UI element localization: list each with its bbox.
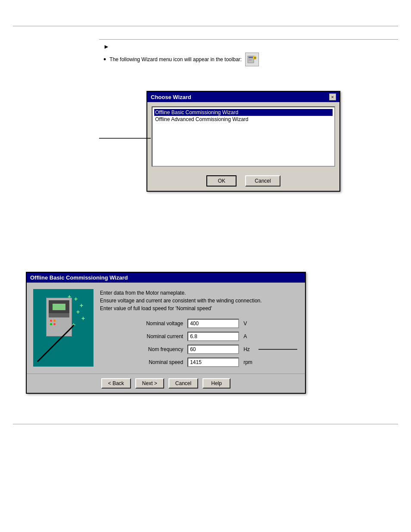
- commissioning-wizard-dialog: Offline Basic Commissioning Wizard + + +…: [26, 272, 306, 394]
- svg-rect-1: [249, 57, 253, 58]
- choose-wizard-dialog: Choose Wizard × Offline Basic Commission…: [146, 91, 340, 192]
- nom-frequency-input[interactable]: [187, 345, 239, 354]
- nominal-speed-unit: rpm: [243, 359, 299, 365]
- wizard-icon-svg: ✦: [247, 54, 257, 65]
- commissioning-right: Enter data from the Motor nameplate. Ens…: [100, 289, 299, 367]
- nominal-speed-input[interactable]: [187, 358, 239, 367]
- choose-wizard-title: Choose Wizard: [151, 94, 191, 100]
- choose-wizard-cancel-button[interactable]: Cancel: [245, 175, 280, 187]
- wizard-list-item-basic[interactable]: Offline Basic Commissioning Wizard: [154, 109, 333, 116]
- led-4: [53, 323, 56, 325]
- choose-wizard-body: Offline Basic Commissioning Wizard Offli…: [147, 102, 339, 171]
- nominal-current-label: Nominal current: [100, 333, 183, 339]
- cancel-button[interactable]: Cancel: [168, 378, 198, 389]
- choose-wizard-buttons: OK Cancel: [147, 171, 339, 191]
- nom-frequency-label: Nom frequency: [100, 346, 183, 352]
- instructions-line3: Enter value of full load speed for 'Nomi…: [100, 305, 299, 312]
- back-button[interactable]: < Back: [101, 378, 131, 389]
- next-button[interactable]: Next >: [135, 378, 164, 389]
- instructions-line2: Ensure voltage and current are consisten…: [100, 297, 299, 305]
- motor-device-leds: [50, 320, 56, 325]
- motor-image: + + + + + +: [33, 289, 93, 367]
- plus-mark-4: +: [81, 315, 85, 322]
- instructions-section: ► • The following Wizard menu icon will …: [99, 39, 398, 66]
- nominal-speed-label: Nominal speed: [100, 359, 183, 365]
- svg-text:✦: ✦: [254, 56, 256, 59]
- nominal-current-input[interactable]: [187, 332, 239, 341]
- device-screen: [49, 300, 69, 313]
- nominal-voltage-input[interactable]: [187, 319, 239, 328]
- nominal-voltage-unit: V: [243, 320, 299, 327]
- help-button[interactable]: Help: [202, 378, 230, 389]
- svg-rect-2: [249, 59, 253, 59]
- bullet-marker: •: [103, 56, 106, 63]
- choose-wizard-title-bar: Choose Wizard ×: [147, 92, 339, 102]
- svg-rect-3: [249, 60, 252, 60]
- wizard-list-item-advanced[interactable]: Offline Advanced Commissioning Wizard: [154, 116, 333, 123]
- led-2: [53, 320, 56, 322]
- led-3: [50, 323, 52, 325]
- plus-mark-2: +: [80, 302, 83, 309]
- led-1: [50, 320, 52, 322]
- commissioning-instructions: Enter data from the Motor nameplate. Ens…: [100, 289, 299, 312]
- plus-mark-3: +: [76, 308, 80, 315]
- choose-wizard-ok-button[interactable]: OK: [206, 175, 237, 187]
- bullet-instruction-text: The following Wizard menu icon will appe…: [109, 56, 242, 62]
- instructions-line1: Enter data from the Motor nameplate.: [100, 289, 299, 297]
- commissioning-body: + + + + + +: [27, 283, 305, 373]
- device-screen-display: [53, 304, 65, 310]
- wizard-list-box[interactable]: Offline Basic Commissioning Wizard Offli…: [152, 106, 335, 167]
- plus-mark-1: +: [74, 296, 78, 302]
- commissioning-buttons-bar: < Back Next > Cancel Help: [27, 373, 305, 393]
- arrow-marker: ►: [103, 43, 109, 50]
- commissioning-form: Nominal voltage V Nominal current A Nom …: [100, 319, 299, 367]
- nom-frequency-unit: Hz: [243, 346, 299, 352]
- commissioning-title-bar: Offline Basic Commissioning Wizard: [27, 273, 305, 283]
- choose-wizard-close-button[interactable]: ×: [329, 93, 336, 100]
- commissioning-title: Offline Basic Commissioning Wizard: [30, 274, 128, 281]
- nominal-current-unit: A: [243, 333, 299, 339]
- instructions-rule: [99, 39, 398, 40]
- nominal-voltage-label: Nominal voltage: [100, 320, 183, 327]
- wizard-toolbar-icon: ✦: [245, 53, 259, 66]
- bottom-rule: [13, 424, 398, 424]
